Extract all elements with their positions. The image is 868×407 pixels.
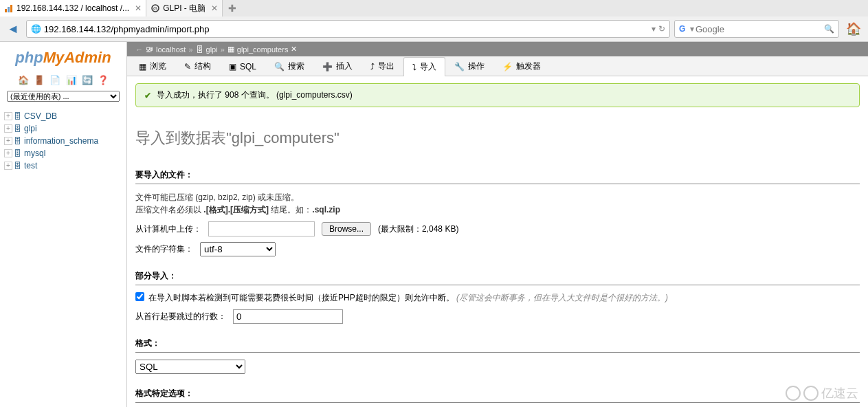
svg-rect-2 <box>10 5 12 12</box>
db-item[interactable]: +🗄mysql <box>4 147 122 160</box>
db-icon: 🗄 <box>14 124 21 133</box>
svg-text:G: G <box>679 24 685 34</box>
search-box[interactable]: G ▾ 🔍 <box>674 20 839 38</box>
new-tab-button[interactable]: ✚ <box>223 3 242 14</box>
tab-triggers[interactable]: ⚡触发器 <box>493 56 550 76</box>
tab-export[interactable]: ⤴导出 <box>361 56 403 76</box>
logout-icon[interactable]: 🚪 <box>34 75 45 85</box>
allow-interrupt-label: 在导入时脚本若检测到可能需要花费很长时间（接近PHP超时的限定）则允许中断。 (… <box>148 292 668 304</box>
breadcrumb: ← 🖳 localhost » 🗄 glpi » ▦ glpi_computer… <box>127 42 868 56</box>
file-limit: (最大限制：2,048 KB) <box>378 223 458 235</box>
home-button[interactable]: 🏠 <box>843 21 864 36</box>
export-icon: ⤴ <box>370 62 375 72</box>
tab-insert[interactable]: ➕插入 <box>313 56 361 76</box>
format-section-heading: 格式： <box>135 338 860 353</box>
expand-icon[interactable]: + <box>4 124 12 133</box>
db-item[interactable]: +🗄glpi <box>4 122 122 135</box>
svg-rect-1 <box>8 7 10 12</box>
breadcrumb-table[interactable]: glpi_computers <box>237 45 289 54</box>
tab-search[interactable]: 🔍搜索 <box>265 56 313 76</box>
browse-icon: ▦ <box>139 62 146 72</box>
glpi-favicon: G <box>151 3 160 13</box>
format-options-heading: 格式特定选项： <box>135 388 860 403</box>
sql-icon: ▣ <box>229 62 236 72</box>
compress-note-1: 文件可能已压缩 (gzip, bzip2, zip) 或未压缩。 <box>135 191 860 204</box>
collapse-icon[interactable]: ← <box>135 45 143 54</box>
close-icon[interactable]: ✕ <box>291 45 297 54</box>
main-tabs: ▦浏览 ✎结构 ▣SQL 🔍搜索 ➕插入 ⤴导出 ⤵导入 🔧操作 ⚡触发器 <box>127 56 868 76</box>
search-icon: 🔍 <box>274 62 285 72</box>
charset-select[interactable]: utf-8 <box>200 242 276 256</box>
structure-icon: ✎ <box>184 62 191 72</box>
tab-structure[interactable]: ✎结构 <box>175 56 220 76</box>
phpmyadmin-logo: phpMyAdmin <box>0 46 126 72</box>
tab-browse[interactable]: ▦浏览 <box>130 56 175 76</box>
sidebar: phpMyAdmin 🏠 🚪 📄 📊 🔄 ❓ (最近使用的表) ... +🗄CS… <box>0 42 127 407</box>
binoculars-icon[interactable]: 🔍 <box>824 24 834 34</box>
recent-tables-select[interactable]: (最近使用的表) ... <box>7 91 120 102</box>
charset-label: 文件的字符集： <box>135 243 193 255</box>
watermark: 亿速云 <box>786 385 858 402</box>
back-button[interactable]: ◄ <box>4 22 22 36</box>
tab-import[interactable]: ⤵导入 <box>403 57 445 76</box>
search-input[interactable] <box>695 24 824 34</box>
db-item[interactable]: +🗄CSV_DB <box>4 110 122 122</box>
triggers-icon: ⚡ <box>502 62 513 72</box>
help-icon[interactable]: ❓ <box>98 75 109 85</box>
expand-icon[interactable]: + <box>4 149 12 157</box>
expand-icon[interactable]: + <box>4 162 12 170</box>
file-section-heading: 要导入的文件： <box>135 169 860 184</box>
db-icon: 🗄 <box>14 149 21 157</box>
operations-icon: 🔧 <box>454 62 465 72</box>
upload-label: 从计算机中上传： <box>135 223 201 235</box>
svg-text:G: G <box>153 6 157 12</box>
close-icon[interactable]: ✕ <box>135 3 142 13</box>
expand-icon[interactable]: + <box>4 112 12 120</box>
success-message: ✔ 导入成功，执行了 908 个查询。 (glpi_computers.csv) <box>135 83 860 107</box>
db-item[interactable]: +🗄test <box>4 160 122 172</box>
home-icon[interactable]: 🏠 <box>18 75 29 85</box>
globe-icon: 🌐 <box>31 24 41 34</box>
url-input[interactable] <box>44 24 652 34</box>
tab-sql[interactable]: ▣SQL <box>220 56 265 76</box>
cloud-icon <box>803 386 819 401</box>
success-text: 导入成功，执行了 908 个查询。 (glpi_computers.csv) <box>157 89 353 101</box>
google-icon: G <box>679 24 689 34</box>
tab-label: GLPI - 电脑 <box>163 3 205 14</box>
format-select[interactable]: SQL <box>135 360 245 374</box>
pma-favicon <box>4 3 14 13</box>
compress-note-2: 压缩文件名必须以 .[格式].[压缩方式] 结尾。如：.sql.zip <box>135 204 860 216</box>
table-icon: ▦ <box>227 45 234 54</box>
status-icon[interactable]: 📊 <box>66 75 77 85</box>
chevron-down-icon[interactable]: ▾ <box>690 24 694 34</box>
skip-label: 从首行起要跳过的行数： <box>135 311 226 322</box>
breadcrumb-db[interactable]: glpi <box>206 45 218 54</box>
db-icon: 🗄 <box>14 137 21 145</box>
check-icon: ✔ <box>144 91 151 100</box>
file-input[interactable] <box>208 221 315 236</box>
breadcrumb-server[interactable]: localhost <box>156 45 186 54</box>
cloud-icon <box>786 386 801 401</box>
url-bar[interactable]: 🌐 ▾ ↻ <box>26 20 670 38</box>
partial-section-heading: 部分导入： <box>135 270 860 285</box>
browser-tab-2[interactable]: G GLPI - 电脑 ✕ <box>146 0 223 16</box>
close-icon[interactable]: ✕ <box>211 3 218 13</box>
tab-operations[interactable]: 🔧操作 <box>445 56 493 76</box>
reload-icon[interactable]: ↻ <box>658 24 665 34</box>
db-icon: 🗄 <box>14 112 21 120</box>
allow-interrupt-checkbox[interactable] <box>135 292 144 301</box>
expand-icon[interactable]: + <box>4 137 12 145</box>
dropdown-icon[interactable]: ▾ <box>652 24 656 34</box>
svg-rect-0 <box>5 9 7 12</box>
reload-icon[interactable]: 🔄 <box>82 75 93 85</box>
insert-icon: ➕ <box>322 62 333 72</box>
db-icon: 🗄 <box>14 162 21 170</box>
browser-tab-1[interactable]: 192.168.144.132 / localhost /... ✕ <box>0 0 146 16</box>
skip-rows-input[interactable] <box>233 309 343 324</box>
import-icon: ⤵ <box>412 63 416 72</box>
db-icon: 🗄 <box>196 45 203 54</box>
sql-icon[interactable]: 📄 <box>49 75 60 85</box>
server-icon: 🖳 <box>146 45 153 54</box>
browse-button[interactable]: Browse... <box>322 222 371 236</box>
db-item[interactable]: +🗄information_schema <box>4 135 122 147</box>
